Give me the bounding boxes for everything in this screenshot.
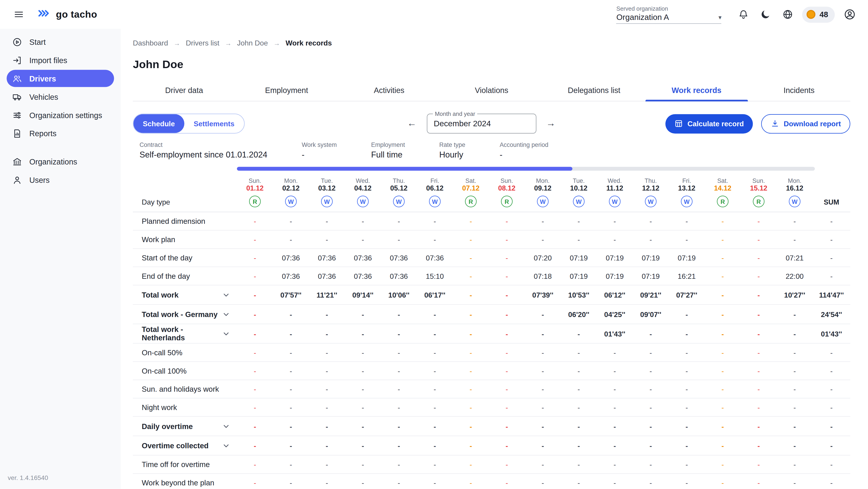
tab-driver-data[interactable]: Driver data bbox=[133, 80, 235, 101]
day-type-badge: W bbox=[393, 196, 405, 207]
cell: - bbox=[777, 310, 813, 318]
row-label-text: Total work bbox=[142, 291, 179, 299]
meta-group-contract: ContractSelf-employment since 01.01.2024 bbox=[140, 141, 268, 159]
cell: - bbox=[561, 217, 597, 225]
cell: - bbox=[561, 329, 597, 338]
tab-activities[interactable]: Activities bbox=[338, 80, 440, 101]
sidebar-item-vehicles[interactable]: Vehicles bbox=[6, 88, 114, 105]
calculate-record-button[interactable]: Calculate record bbox=[665, 114, 753, 133]
expand-chevron-icon[interactable] bbox=[222, 310, 230, 318]
row-label[interactable]: Total work - Germany bbox=[133, 310, 237, 318]
tab-incidents[interactable]: Incidents bbox=[748, 80, 850, 101]
breadcrumb-item[interactable]: Dashboard bbox=[133, 39, 168, 47]
cell: - bbox=[381, 441, 417, 450]
cell: - bbox=[237, 348, 273, 356]
cell: - bbox=[489, 479, 525, 487]
cell: - bbox=[633, 329, 669, 338]
sidebar-item-users[interactable]: Users bbox=[6, 171, 114, 189]
cell: - bbox=[309, 403, 345, 412]
tab-work-records[interactable]: Work records bbox=[645, 80, 748, 101]
row-label[interactable]: Daily overtime bbox=[133, 422, 237, 430]
row-label[interactable]: Total work bbox=[133, 291, 237, 299]
expand-chevron-icon[interactable] bbox=[222, 422, 230, 430]
sum-cell: - bbox=[813, 217, 850, 225]
month-year-input[interactable] bbox=[427, 114, 535, 133]
download-report-button[interactable]: Download report bbox=[761, 114, 850, 133]
table-body: Planned dimension-----------------Work p… bbox=[133, 212, 850, 489]
day-column-header: Mon.02.12W bbox=[273, 173, 309, 211]
account-avatar-icon[interactable] bbox=[841, 6, 858, 23]
cell: - bbox=[525, 367, 561, 375]
day-date: 08.12 bbox=[498, 185, 516, 192]
cell: - bbox=[309, 235, 345, 244]
day-of-week: Wed. bbox=[608, 177, 622, 184]
cell: - bbox=[489, 367, 525, 375]
cell: - bbox=[489, 403, 525, 412]
cell: 07:19 bbox=[633, 254, 669, 262]
cell: - bbox=[237, 291, 273, 299]
tab-employment[interactable]: Employment bbox=[235, 80, 338, 101]
credits-balance[interactable]: 48 bbox=[802, 6, 835, 22]
sidebar-item-organizations[interactable]: Organizations bbox=[6, 153, 114, 170]
cell: - bbox=[453, 310, 489, 318]
logo-chevrons-icon bbox=[35, 8, 52, 21]
cell: - bbox=[237, 254, 273, 262]
sidebar-item-reports[interactable]: Reports bbox=[6, 125, 114, 142]
cell: - bbox=[237, 235, 273, 244]
table-scrollbar[interactable] bbox=[237, 167, 815, 171]
cell: - bbox=[345, 367, 381, 375]
table-row: Night work----------------- bbox=[133, 399, 850, 417]
cell: - bbox=[777, 422, 813, 430]
notifications-bell-icon[interactable] bbox=[736, 6, 752, 22]
cell: - bbox=[669, 348, 705, 356]
toolbar-actions: Calculate record Download report bbox=[665, 114, 850, 133]
dark-mode-moon-icon[interactable] bbox=[758, 6, 774, 22]
day-type-badge: R bbox=[501, 196, 513, 207]
cell: - bbox=[525, 403, 561, 412]
cell: 06'17'' bbox=[417, 291, 453, 299]
cell: - bbox=[633, 479, 669, 487]
day-of-week: Thu. bbox=[645, 177, 657, 184]
day-column-header: Sun.01.12R bbox=[237, 173, 273, 211]
cell: - bbox=[741, 348, 777, 356]
row-label[interactable]: Total work - Netherlands bbox=[133, 325, 237, 342]
month-year-field: Month and year bbox=[427, 114, 536, 134]
expand-chevron-icon[interactable] bbox=[222, 329, 230, 338]
language-globe-icon[interactable] bbox=[780, 6, 796, 22]
expand-chevron-icon[interactable] bbox=[222, 441, 230, 450]
served-organization-select[interactable]: Served organization Organization A ▾ bbox=[616, 5, 721, 24]
sidebar-item-drivers[interactable]: Drivers bbox=[6, 70, 114, 87]
app-window: go tacho Served organization Organizatio… bbox=[0, 0, 868, 489]
cell: - bbox=[489, 385, 525, 393]
sidebar-item-import-files[interactable]: Import files bbox=[6, 52, 114, 69]
expand-chevron-icon[interactable] bbox=[222, 291, 230, 299]
sum-cell: - bbox=[813, 422, 850, 430]
day-column-header: Wed.04.12W bbox=[345, 173, 381, 211]
sidebar-item-organization-settings[interactable]: Organization settings bbox=[6, 106, 114, 123]
cell: - bbox=[669, 235, 705, 244]
meta-value: - bbox=[500, 150, 548, 159]
cell: 15:10 bbox=[417, 272, 453, 280]
day-of-week: Sun. bbox=[249, 177, 261, 184]
hamburger-menu-icon[interactable] bbox=[11, 6, 27, 22]
previous-month-icon[interactable]: ← bbox=[405, 117, 418, 130]
row-label[interactable]: Overtime collected bbox=[133, 441, 237, 450]
table-row: Total work - Germany---------06'20''04'2… bbox=[133, 305, 850, 324]
table-scrollbar-thumb[interactable] bbox=[237, 167, 572, 171]
next-month-icon[interactable]: → bbox=[544, 117, 558, 130]
sidebar-item-start[interactable]: Start bbox=[6, 33, 114, 51]
settlements-toggle-button[interactable]: Settlements bbox=[184, 114, 244, 133]
breadcrumb-item[interactable]: Drivers list bbox=[186, 39, 219, 47]
tab-violations[interactable]: Violations bbox=[440, 80, 543, 101]
schedule-toggle-button[interactable]: Schedule bbox=[133, 114, 184, 133]
cell: - bbox=[453, 422, 489, 430]
cell: - bbox=[777, 441, 813, 450]
day-type-badge: W bbox=[645, 196, 656, 207]
cell: - bbox=[777, 403, 813, 412]
breadcrumb-item[interactable]: John Doe bbox=[237, 39, 268, 47]
tab-delegations-list[interactable]: Delegations list bbox=[543, 80, 645, 101]
cell: - bbox=[561, 235, 597, 244]
cell: - bbox=[489, 422, 525, 430]
cell: - bbox=[777, 479, 813, 487]
day-date: 01.12 bbox=[246, 185, 264, 192]
